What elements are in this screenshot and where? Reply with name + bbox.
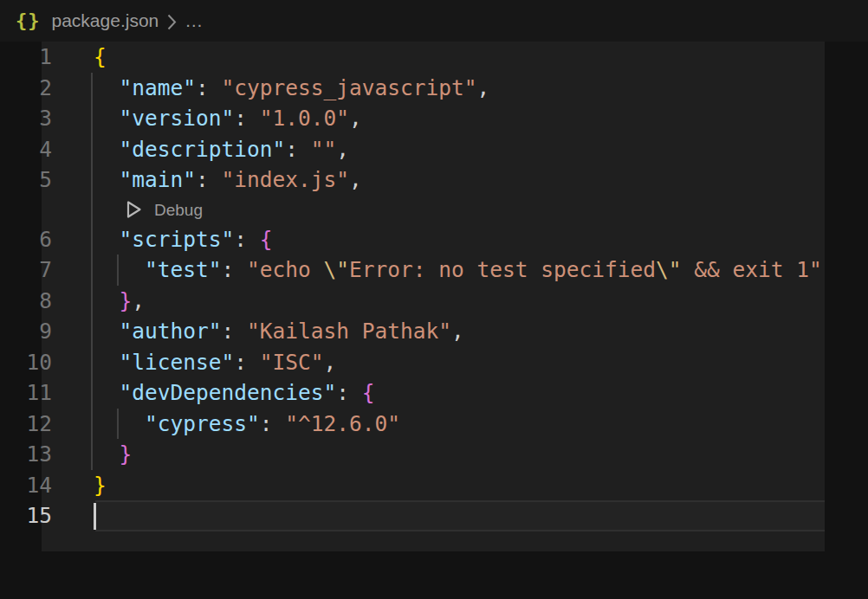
play-icon xyxy=(126,200,143,219)
editor-viewport[interactable]: 1{2 "name": "cypress_javascript",3 "vers… xyxy=(0,42,868,551)
vscode-editor: {} package.json … 1{2 "name": "cypress_j… xyxy=(0,0,868,599)
code-line[interactable]: 12 "cypress": "^12.6.0" xyxy=(0,409,868,440)
line-number: 3 xyxy=(0,103,52,134)
code-line-text: }, xyxy=(52,286,145,317)
line-number: 15 xyxy=(0,500,52,531)
text-cursor xyxy=(94,503,96,530)
code-line[interactable]: 10 "license": "ISC", xyxy=(0,347,868,378)
code-line-text: "author": "Kailash Pathak", xyxy=(52,316,464,347)
breadcrumb-bar: {} package.json … xyxy=(0,0,868,42)
code-line-text xyxy=(52,500,94,531)
code-line-text: "devDependencies": { xyxy=(52,377,375,409)
breadcrumb-item-filename[interactable]: package.json xyxy=(52,10,159,31)
code-line[interactable]: 15 xyxy=(0,500,868,531)
chevron-right-icon xyxy=(166,13,178,31)
code-line[interactable]: 13 } xyxy=(0,439,868,470)
line-number: 6 xyxy=(0,224,52,255)
code-line-text: } xyxy=(52,470,107,501)
code-line-text: { xyxy=(52,42,107,73)
line-number: 12 xyxy=(0,409,52,440)
line-number: 13 xyxy=(0,439,52,470)
code-line[interactable]: 7 "test": "echo \"Error: no test specifi… xyxy=(0,254,868,286)
code-line-text: "description": "", xyxy=(52,134,349,165)
code-line-text: "name": "cypress_javascript", xyxy=(52,73,489,104)
line-number: 9 xyxy=(0,316,52,347)
code-line-text: "test": "echo \"Error: no test specified… xyxy=(52,254,822,286)
code-line[interactable]: 1{ xyxy=(0,42,868,73)
line-number: 8 xyxy=(0,286,52,317)
code-line[interactable]: 14} xyxy=(0,470,868,501)
code-line[interactable]: 2 "name": "cypress_javascript", xyxy=(0,73,868,104)
line-number: 5 xyxy=(0,164,52,196)
code-line-text: "main": "index.js", xyxy=(52,164,362,196)
code-line[interactable]: 4 "description": "", xyxy=(0,134,868,165)
debug-code-lens[interactable]: Debug xyxy=(0,196,868,224)
breadcrumb-symbol-ellipsis[interactable]: … xyxy=(185,10,204,31)
code-line[interactable]: 9 "author": "Kailash Pathak", xyxy=(0,316,868,347)
line-number: 4 xyxy=(0,134,52,165)
code-line[interactable]: 11 "devDependencies": { xyxy=(0,377,868,409)
code-line-text: } xyxy=(52,439,132,470)
line-number: 14 xyxy=(0,470,52,501)
code-line-text: "cypress": "^12.6.0" xyxy=(52,409,400,440)
code-line-text: "version": "1.0.0", xyxy=(52,103,362,134)
line-number: 10 xyxy=(0,347,52,378)
line-number: 11 xyxy=(0,377,52,409)
code-line[interactable]: 3 "version": "1.0.0", xyxy=(0,103,868,134)
code-line[interactable]: 6 "scripts": { xyxy=(0,224,868,255)
code-line[interactable]: 8 }, xyxy=(0,286,868,317)
line-number: 1 xyxy=(0,42,52,73)
code-line-text: "scripts": { xyxy=(52,224,273,255)
json-file-icon: {} xyxy=(16,11,41,30)
line-number: 2 xyxy=(0,73,52,104)
code-line[interactable]: 5 "main": "index.js", xyxy=(0,164,868,196)
line-number: 7 xyxy=(0,254,52,286)
code-line-text: "license": "ISC", xyxy=(52,347,336,378)
code-lens-label: Debug xyxy=(154,196,203,224)
